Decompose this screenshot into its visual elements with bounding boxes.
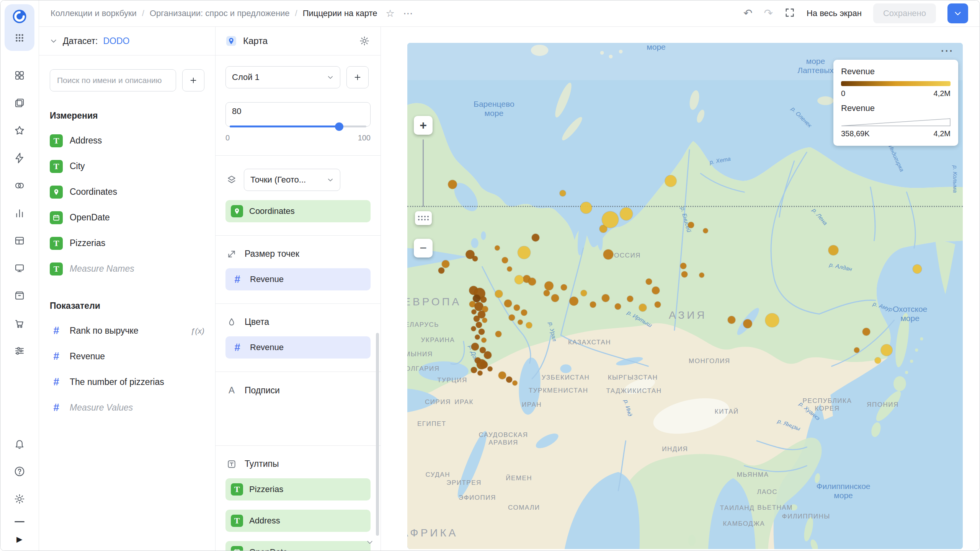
favorite-star-icon[interactable]: ☆ [386, 8, 395, 18]
map-data-point [765, 313, 779, 327]
monitor-icon[interactable] [12, 261, 27, 276]
field-label: Address [70, 135, 102, 146]
map-data-point [482, 337, 487, 342]
bar-chart-icon[interactable] [12, 205, 27, 221]
zap-icon[interactable] [12, 150, 27, 166]
text-field-icon: T [50, 262, 63, 276]
ruler-tool-button[interactable] [415, 211, 432, 225]
map-data-point [602, 211, 618, 228]
save-dropdown-button[interactable] [947, 3, 968, 23]
number-field-icon: # [50, 377, 63, 387]
map-viz-icon[interactable] [225, 35, 237, 47]
map-data-point [472, 256, 478, 261]
zoom-slider[interactable] [423, 139, 424, 207]
size-section-header: Размер точек [225, 249, 371, 259]
field-address[interactable]: TAddress [50, 128, 204, 153]
tooltip-field-pizzerias[interactable]: TPizzerias [225, 478, 371, 500]
map-data-point [699, 273, 704, 278]
tooltip-field-opendate[interactable]: OpenDate [225, 541, 371, 551]
map-data-point [551, 294, 559, 302]
cart-icon[interactable] [12, 316, 27, 331]
scroll-down-icon[interactable] [366, 538, 374, 548]
dataset-label: Датасет: [63, 36, 98, 46]
table-icon[interactable] [12, 233, 27, 248]
opacity-knob[interactable] [335, 122, 343, 131]
geotype-select[interactable]: Точки (Геото... [244, 169, 340, 191]
gear-icon[interactable] [12, 491, 27, 507]
map-data-point [581, 290, 587, 296]
legend-color-max: 4,2M [934, 89, 951, 98]
map-canvas[interactable]: мореБаренцево мореморе ЛаптевыхОхотское … [407, 43, 963, 549]
datalens-logo[interactable] [12, 9, 27, 24]
map-legend: Revenue 0 4,2M Revenue 358,69K 4,2M [833, 60, 958, 146]
chart-preview-area: мореБаренцево мореморе ЛаптевыхОхотское … [381, 27, 980, 551]
field-city[interactable]: TCity [50, 153, 204, 179]
legend-size-min: 358,69K [841, 129, 870, 138]
minimize-icon[interactable] [15, 521, 24, 522]
field-opendate[interactable]: OpenDate [50, 205, 204, 230]
links-icon[interactable] [12, 178, 27, 193]
point-size-icon [225, 249, 238, 259]
size-field-chip[interactable]: # Revenue [225, 268, 371, 290]
tooltips-section-title: Тултипы [245, 459, 279, 469]
zoom-out-button[interactable]: − [414, 239, 433, 258]
field-coordinates[interactable]: Coordinates [50, 179, 204, 205]
add-field-button[interactable] [182, 69, 204, 91]
more-menu-icon[interactable]: ⋯ [403, 8, 413, 18]
chevron-down-icon[interactable] [50, 37, 57, 45]
field-rank-по-выручке[interactable]: #Rank по выручкеƒ(x) [50, 318, 204, 344]
chevron-down-icon [327, 176, 334, 183]
map-data-point [881, 344, 892, 356]
panel-scrollbar[interactable] [376, 333, 379, 536]
tooltip-field-address[interactable]: TAddress [225, 510, 371, 532]
map-data-point [514, 276, 523, 284]
field-measure-values[interactable]: #Measure Values [50, 395, 204, 421]
number-field-icon: # [231, 342, 244, 353]
map-data-point [495, 331, 501, 337]
redo-icon[interactable]: ↷ [764, 8, 773, 19]
geopoints-field-chip[interactable]: Coordinates [225, 200, 371, 222]
text-field-icon: T [231, 515, 243, 527]
breadcrumb-workbook[interactable]: Организации: спрос и предложение [150, 8, 290, 18]
undo-icon[interactable]: ↶ [743, 8, 752, 19]
calendar-icon [231, 546, 243, 551]
field-label: The number of pizzerias [70, 377, 164, 387]
field-measure-names[interactable]: TMeasure Names [50, 256, 204, 282]
map-data-point [828, 245, 838, 255]
apps-grid-icon[interactable] [12, 30, 27, 46]
widgets-icon[interactable] [12, 68, 27, 83]
map-data-point [603, 249, 613, 259]
layer-opacity-control[interactable]: 80 [225, 102, 371, 127]
field-revenue[interactable]: #Revenue [50, 344, 204, 369]
labels-a-icon: А [225, 385, 238, 396]
dataset-name-link[interactable]: DODO [103, 36, 129, 46]
geopoints-field-label: Coordinates [249, 206, 295, 216]
bell-icon[interactable] [12, 436, 27, 452]
legend-color-min: 0 [841, 89, 845, 98]
zoom-in-button[interactable]: + [414, 116, 433, 135]
viz-settings-gear-icon[interactable] [358, 36, 371, 46]
add-layer-button[interactable] [346, 66, 369, 88]
help-icon[interactable] [12, 464, 27, 479]
calendar-icon [50, 211, 63, 224]
fullscreen-icon[interactable] [784, 7, 795, 20]
breadcrumb-collections[interactable]: Коллекции и воркбуки [51, 8, 137, 18]
field-pizzerias[interactable]: TPizzerias [50, 230, 204, 256]
opacity-slider[interactable] [230, 126, 366, 127]
field-the-number-of-pizzerias[interactable]: #The number of pizzerias [50, 369, 204, 395]
breadcrumb-current: Пиццерии на карте [303, 8, 377, 18]
fullscreen-label[interactable]: На весь экран [807, 8, 862, 18]
box-icon[interactable] [12, 288, 27, 303]
save-status-button[interactable]: Сохранено [873, 3, 936, 23]
color-field-chip[interactable]: # Revenue [225, 336, 371, 359]
layer-select[interactable]: Слой 1 [225, 66, 340, 88]
map-more-menu-icon[interactable]: ⋯ [940, 43, 954, 58]
chevron-down-icon [327, 74, 334, 81]
play-icon[interactable]: ▶ [16, 535, 22, 544]
field-search-input[interactable] [50, 69, 176, 91]
star-icon[interactable] [12, 123, 27, 138]
map-data-point [438, 267, 444, 274]
map-data-point [703, 228, 708, 233]
sliders-icon[interactable] [12, 343, 27, 359]
collections-icon[interactable] [12, 95, 27, 111]
